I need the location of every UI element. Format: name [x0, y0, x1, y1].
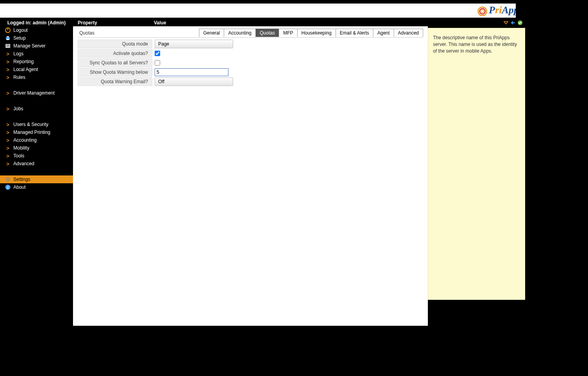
ok-check-icon[interactable]: [517, 20, 523, 26]
chevron-icon: >: [5, 106, 11, 112]
sidebar-item-label: Reporting: [13, 59, 34, 64]
top-right-black: [516, 4, 528, 18]
select-quota-mode[interactable]: Page: [155, 40, 233, 48]
form-value: Off: [152, 77, 233, 86]
sidebar-spacer: [0, 113, 73, 120]
sidebar-item-label: Users & Security: [13, 122, 48, 127]
right-panel: The descriptive name of this PriApps ser…: [428, 26, 528, 326]
sidebar-item-label: Settings: [13, 177, 30, 182]
info-icon: i: [5, 184, 11, 190]
sidebar-item-users-security[interactable]: >Users & Security: [0, 120, 73, 128]
checkbox-sync-quotas-to-all-servers-[interactable]: [155, 60, 160, 66]
tab-email-alerts[interactable]: Email & Alerts: [336, 29, 374, 37]
svg-rect-7: [7, 36, 9, 37]
sidebar-item-label: Managed Printing: [13, 130, 50, 135]
chevron-icon: >: [5, 161, 11, 167]
chevron-icon: >: [5, 121, 11, 128]
sidebar-item-label: Logout: [13, 27, 28, 33]
sidebar-item-label: Tools: [13, 153, 24, 159]
sidebar-item-label: Local Agent: [13, 67, 38, 72]
form-label: Quota Warning Email?: [78, 77, 152, 86]
sidebar-item-rules[interactable]: >Rules: [0, 73, 73, 81]
sidebar-item-logout[interactable]: Logout: [0, 26, 73, 34]
sidebar-item-managed-printing[interactable]: >Managed Printing: [0, 128, 73, 136]
form-value: [152, 51, 160, 56]
sidebar-item-label: Rules: [13, 75, 26, 80]
svg-point-2: [481, 10, 484, 13]
chevron-icon: >: [5, 137, 11, 143]
column-value-label: Value: [152, 20, 166, 26]
sidebar-item-driver-management[interactable]: >Driver Management: [0, 89, 73, 97]
gear-icon: [5, 176, 11, 183]
svg-point-1: [480, 9, 485, 14]
svg-rect-10: [6, 45, 9, 46]
sidebar-item-setup[interactable]: Setup: [0, 34, 73, 42]
tab-quotas[interactable]: Quotas: [256, 29, 279, 37]
server-icon: [5, 43, 11, 49]
sidebar-item-label: Mobility: [13, 145, 29, 151]
sidebar-item-label: Driver Management: [13, 90, 55, 96]
sidebar-item-reporting[interactable]: >Reporting: [0, 58, 73, 66]
sidebar-item-mobility[interactable]: >Mobility: [0, 144, 73, 152]
sidebar-item-label: Manage Server: [13, 43, 46, 49]
chevron-icon: >: [5, 145, 11, 151]
svg-point-12: [7, 178, 9, 181]
select-quota-warning-email-[interactable]: Off: [155, 77, 233, 86]
form-label: Show Quota Warning below: [78, 68, 152, 77]
form-value: [152, 68, 228, 76]
chevron-icon: >: [5, 129, 11, 135]
swirl-icon: [477, 6, 488, 17]
form-row: Activate quotas?: [78, 49, 423, 58]
sidebar-item-label: About: [13, 184, 26, 190]
form-label: Quota mode: [78, 40, 152, 48]
logged-in-label: Logged in: admin (Admin): [0, 20, 73, 26]
sidebar-item-label: Advanced: [13, 161, 34, 166]
checkbox-activate-quotas-[interactable]: [155, 51, 160, 56]
sidebar-item-settings[interactable]: Settings: [0, 175, 73, 183]
sidebar-item-jobs[interactable]: >Jobs: [0, 105, 73, 113]
tab-mfp[interactable]: MFP: [279, 29, 297, 37]
sidebar-item-tools[interactable]: >Tools: [0, 152, 73, 160]
sidebar-item-label: Logs: [13, 51, 24, 57]
back-arrow-icon[interactable]: [510, 20, 516, 26]
form-label: Activate quotas?: [78, 49, 152, 58]
tab-general[interactable]: General: [199, 29, 225, 37]
power-icon: [5, 27, 11, 33]
form-row: Show Quota Warning below: [78, 68, 423, 77]
top-bar: PriApps: [0, 4, 528, 18]
tab-advanced[interactable]: Advanced: [394, 29, 423, 37]
sidebar-spacer: [0, 168, 73, 175]
sidebar-spacer: [0, 97, 73, 105]
help-box: The descriptive name of this PriApps ser…: [428, 28, 525, 300]
svg-text:i: i: [7, 185, 9, 190]
sidebar-item-label: Setup: [13, 35, 26, 41]
chevron-icon: >: [5, 66, 11, 73]
input-show-quota-warning-below[interactable]: [155, 68, 228, 76]
column-property-label: Property: [73, 20, 152, 26]
chevron-icon: >: [5, 51, 11, 57]
sidebar-item-label: Accounting: [13, 137, 37, 143]
dropdown-icon[interactable]: [503, 20, 509, 26]
chevron-icon: >: [5, 58, 11, 65]
sidebar-item-advanced[interactable]: >Advanced: [0, 160, 73, 168]
sidebar-item-label: Jobs: [13, 106, 23, 111]
sidebar-item-logs[interactable]: >Logs: [0, 50, 73, 58]
sidebar-item-manage-server[interactable]: Manage Server: [0, 42, 73, 50]
sidebar: LogoutSetupManage Server>Logs>Reporting>…: [0, 26, 73, 326]
tab-accounting[interactable]: Accounting: [224, 29, 256, 37]
form-value: [152, 60, 160, 66]
sidebar-spacer: [0, 81, 73, 89]
sidebar-item-local-agent[interactable]: >Local Agent: [0, 66, 73, 73]
printer-icon: [5, 35, 11, 41]
sidebar-item-accounting[interactable]: >Accounting: [0, 136, 73, 144]
svg-rect-11: [6, 46, 9, 47]
main-panel: Quotas GeneralAccountingQuotasMFPHouseke…: [73, 26, 428, 326]
form-row: Quota Warning Email?Off: [78, 77, 423, 86]
header-bar: Logged in: admin (Admin) Property Value: [0, 19, 528, 26]
chevron-icon: >: [5, 90, 11, 96]
form-label: Sync Quotas to all Servers?: [78, 58, 152, 67]
sidebar-item-about[interactable]: iAbout: [0, 183, 73, 191]
form-value: Page: [152, 40, 233, 48]
tab-housekeeping[interactable]: Housekeeping: [297, 29, 336, 37]
tab-agent[interactable]: Agent: [373, 29, 394, 37]
